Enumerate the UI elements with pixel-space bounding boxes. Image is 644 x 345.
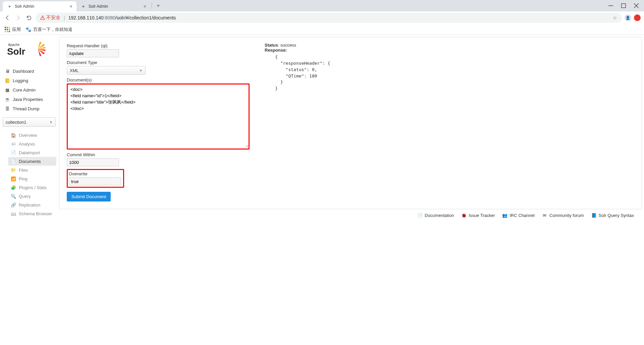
- nav-label: Dashboard: [13, 69, 34, 74]
- warning-icon: [40, 15, 45, 20]
- back-button[interactable]: [3, 14, 11, 22]
- bookmark-star-icon[interactable]: ☆: [613, 15, 617, 20]
- response-label: Response:: [265, 48, 287, 53]
- subnav-query[interactable]: 🔍Query: [8, 192, 56, 200]
- document-type-value: XML: [70, 68, 79, 73]
- bookmark-label: 百度一下，你就知道: [33, 26, 72, 33]
- java-properties-icon: ☕: [5, 97, 10, 102]
- footer-label: Solr Query Syntax: [599, 213, 634, 218]
- apps-shortcut[interactable]: 应用: [5, 26, 21, 33]
- doc-icon: 📄: [417, 213, 423, 218]
- new-tab-button[interactable]: +: [153, 3, 164, 9]
- footer-documentation[interactable]: 📄Documentation: [417, 213, 454, 218]
- submit-document-button[interactable]: Submit Document: [67, 192, 111, 202]
- close-window-icon[interactable]: [634, 3, 639, 8]
- schema-icon: 📖: [11, 211, 16, 216]
- footer-label: Community forum: [549, 213, 584, 218]
- document-type-select[interactable]: XML ▼: [67, 66, 146, 75]
- nav-label: Logging: [13, 78, 28, 83]
- subnav-files[interactable]: 📁Files: [8, 166, 56, 174]
- core-selector[interactable]: collection1 ▼: [3, 117, 56, 127]
- maximize-icon[interactable]: [621, 3, 626, 8]
- documents-label: Document(s): [67, 77, 258, 82]
- overview-icon: 🏠: [11, 132, 16, 138]
- subnav-replication[interactable]: 🔗Replication: [8, 200, 56, 209]
- nav-core-admin[interactable]: ▦Core Admin: [2, 85, 56, 95]
- solr-admin-app: Apache Solr 🖥Dashboard 📒Logging ▦Core: [0, 35, 644, 218]
- insecure-label: 不安全: [46, 15, 60, 21]
- subnav-dataimport[interactable]: 📄Dataimport: [8, 148, 56, 157]
- subnav-plugins[interactable]: 🧩Plugins / Stats: [8, 183, 56, 192]
- url: 192.168.110.140:8080/solr/#/collection1/…: [68, 15, 176, 20]
- commit-within-label: Commit Within: [67, 152, 258, 157]
- extension-icon[interactable]: [634, 14, 641, 21]
- overwrite-highlight: Overwrite: [67, 169, 124, 188]
- documents-icon: 📄: [11, 159, 16, 164]
- forward-button[interactable]: [14, 14, 22, 22]
- nav-thread-dump[interactable]: 🗄Thread Dump: [2, 104, 56, 113]
- subnav-analysis[interactable]: 🏷Analysis: [8, 139, 56, 148]
- solr-logo: Apache Solr: [2, 37, 56, 66]
- subnav-label: Replication: [19, 203, 40, 208]
- nav-label: Java Properties: [13, 97, 43, 102]
- status-line: Status: success: [265, 43, 634, 48]
- core-selector-value: collection1: [6, 120, 26, 125]
- query-icon: 🔍: [11, 193, 16, 199]
- footer-irc-channel[interactable]: 👥IRC Channel: [502, 213, 534, 218]
- tab-divider: [152, 2, 152, 9]
- nav-dashboard[interactable]: 🖥Dashboard: [2, 66, 56, 76]
- tab-title: Solr Admin: [15, 4, 67, 9]
- core-admin-icon: ▦: [5, 87, 10, 93]
- browser-tab[interactable]: ☀ Solr Admin ×: [3, 1, 76, 11]
- bookmark-item[interactable]: 🐾 百度一下，你就知道: [25, 26, 72, 33]
- subnav-label: Dataimport: [19, 150, 40, 155]
- dataimport-icon: 📄: [11, 150, 16, 155]
- footer-issue-tracker[interactable]: 🐞Issue Tracker: [461, 213, 495, 218]
- reload-button[interactable]: [25, 14, 33, 22]
- subnav-ping[interactable]: 📶Ping: [8, 174, 56, 183]
- profile-avatar[interactable]: 👤: [625, 14, 631, 21]
- close-icon[interactable]: ×: [70, 4, 72, 9]
- plugins-icon: 🧩: [11, 185, 16, 190]
- ping-icon: 📶: [11, 176, 16, 181]
- window-controls: [608, 3, 644, 8]
- footer-label: IRC Channel: [509, 213, 534, 218]
- chevron-down-icon: ▼: [139, 69, 143, 72]
- analysis-icon: 🏷: [11, 141, 16, 147]
- replication-icon: 🔗: [11, 202, 16, 208]
- mail-icon: ✉: [542, 213, 547, 218]
- svg-text:Solr: Solr: [7, 46, 25, 57]
- svg-rect-1: [622, 4, 626, 8]
- footer-label: Documentation: [425, 213, 454, 218]
- nav-java-properties[interactable]: ☕Java Properties: [2, 95, 56, 104]
- subnav-documents[interactable]: 📄Documents: [8, 157, 56, 166]
- subnav-label: Plugins / Stats: [19, 185, 47, 190]
- footer-community-forum[interactable]: ✉Community forum: [542, 213, 584, 218]
- tab-title: Solr Admin: [89, 4, 141, 9]
- main-nav: 🖥Dashboard 📒Logging ▦Core Admin ☕Java Pr…: [2, 66, 56, 113]
- subnav-overview[interactable]: 🏠Overview: [8, 131, 56, 139]
- request-handler-label: Request-Handler (qt): [67, 43, 258, 48]
- bookmarks-bar: 应用 🐾 百度一下，你就知道: [0, 24, 644, 35]
- documents-textarea[interactable]: [68, 84, 249, 148]
- minimize-icon[interactable]: [608, 3, 613, 8]
- subnav-schema-browser[interactable]: 📖Schema Browser: [8, 209, 56, 218]
- nav-label: Thread Dump: [13, 106, 39, 111]
- close-icon[interactable]: ×: [144, 4, 146, 9]
- documents-highlight: [67, 83, 250, 150]
- solr-favicon: ☀: [80, 4, 86, 9]
- overwrite-label: Overwrite: [68, 171, 121, 176]
- nav-logging[interactable]: 📒Logging: [2, 76, 56, 85]
- overwrite-input[interactable]: [69, 177, 121, 185]
- chevron-down-icon: ▼: [49, 120, 53, 124]
- request-handler-input[interactable]: [67, 49, 119, 57]
- browser-tab[interactable]: ☀ Solr Admin ×: [76, 1, 150, 11]
- status-value: success: [280, 43, 296, 48]
- address-bar[interactable]: 不安全 | 192.168.110.140:8080/solr/#/collec…: [36, 13, 622, 23]
- footer-query-syntax[interactable]: 📘Solr Query Syntax: [591, 213, 634, 218]
- sidebar: Apache Solr 🖥Dashboard 📒Logging ▦Core: [2, 37, 59, 218]
- svg-text:Apache: Apache: [8, 43, 20, 47]
- content-panel: Request-Handler (qt) Document Type XML ▼…: [59, 37, 642, 209]
- subnav-label: Overview: [19, 133, 37, 138]
- commit-within-input[interactable]: [67, 158, 119, 166]
